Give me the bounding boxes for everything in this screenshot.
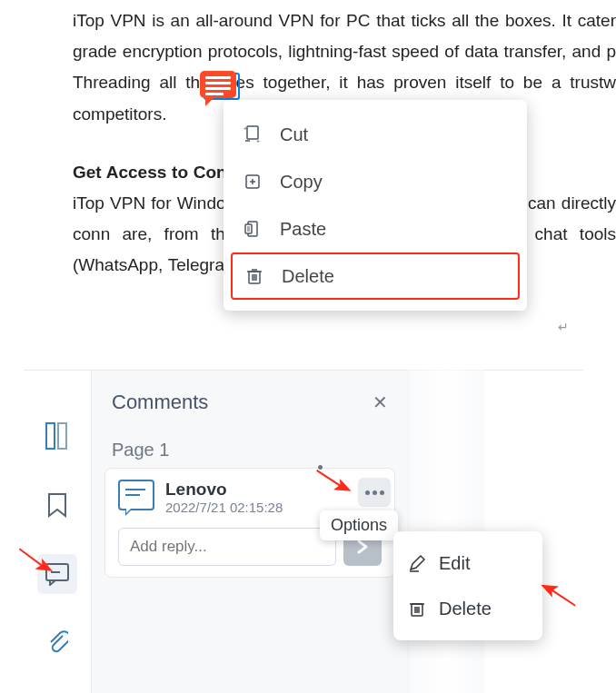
comment-more-button[interactable] bbox=[358, 478, 391, 507]
sidebar-item-attachments[interactable] bbox=[37, 623, 77, 663]
options-tooltip: Options bbox=[320, 510, 398, 540]
comments-panel: Comments ✕ Page 1 Lenovo 2022/7/21 02:15… bbox=[91, 371, 409, 693]
svg-rect-18 bbox=[46, 423, 55, 449]
menu-item-cut[interactable]: ++ Cut bbox=[231, 111, 520, 158]
menu-item-edit-label: Edit bbox=[439, 553, 470, 574]
edit-icon bbox=[408, 554, 426, 572]
svg-text:+: + bbox=[256, 138, 260, 144]
menu-item-delete[interactable]: Delete bbox=[231, 252, 520, 300]
comment-options-menu: Edit Delete bbox=[393, 531, 542, 640]
menu-item-paste[interactable]: Paste bbox=[231, 205, 520, 252]
close-icon[interactable]: ✕ bbox=[373, 391, 388, 413]
sidebar-item-bookmarks[interactable] bbox=[37, 485, 77, 525]
panel-title: Comments bbox=[112, 391, 373, 414]
paste-icon bbox=[243, 220, 262, 238]
cut-icon: ++ bbox=[243, 125, 262, 144]
bookmark-icon bbox=[46, 492, 68, 518]
chevron-right-icon bbox=[355, 540, 370, 554]
menu-item-paste-label: Paste bbox=[280, 219, 326, 240]
sidebar-item-comments[interactable] bbox=[37, 554, 77, 594]
sidebar-item-thumbnails[interactable] bbox=[37, 416, 77, 456]
comment-avatar-icon bbox=[118, 480, 154, 510]
menu-item-copy-label: Copy bbox=[280, 172, 323, 193]
thumbnails-icon bbox=[45, 422, 69, 450]
trash-icon bbox=[408, 599, 426, 618]
menu-item-delete-label: Delete bbox=[282, 266, 334, 287]
reply-input[interactable] bbox=[118, 528, 336, 566]
menu-item-edit[interactable]: Edit bbox=[401, 540, 535, 586]
svg-text:+: + bbox=[243, 125, 247, 132]
page-label: Page 1 bbox=[92, 423, 408, 468]
trash-icon bbox=[245, 267, 263, 285]
menu-item-delete-comment-label: Delete bbox=[439, 599, 492, 619]
paperclip-icon bbox=[46, 630, 68, 656]
comment-card: Lenovo 2022/7/21 02:15:28 Options bbox=[104, 468, 395, 578]
copy-icon bbox=[243, 173, 262, 191]
menu-item-copy[interactable]: Copy bbox=[231, 158, 520, 205]
comment-author: Lenovo bbox=[165, 480, 283, 500]
highlight-arrow-icon bbox=[13, 543, 58, 579]
highlight-arrow-icon bbox=[317, 464, 323, 470]
svg-rect-19 bbox=[58, 423, 66, 449]
comment-timestamp: 2022/7/21 02:15:28 bbox=[165, 500, 283, 515]
context-menu: ++ Cut Copy Paste Delete bbox=[224, 100, 527, 311]
svg-rect-0 bbox=[247, 126, 258, 139]
sidebar bbox=[35, 416, 80, 663]
paragraph-mark-icon: ↵ bbox=[558, 316, 569, 339]
menu-item-cut-label: Cut bbox=[280, 124, 308, 145]
menu-item-delete-comment[interactable]: Delete bbox=[401, 586, 535, 631]
